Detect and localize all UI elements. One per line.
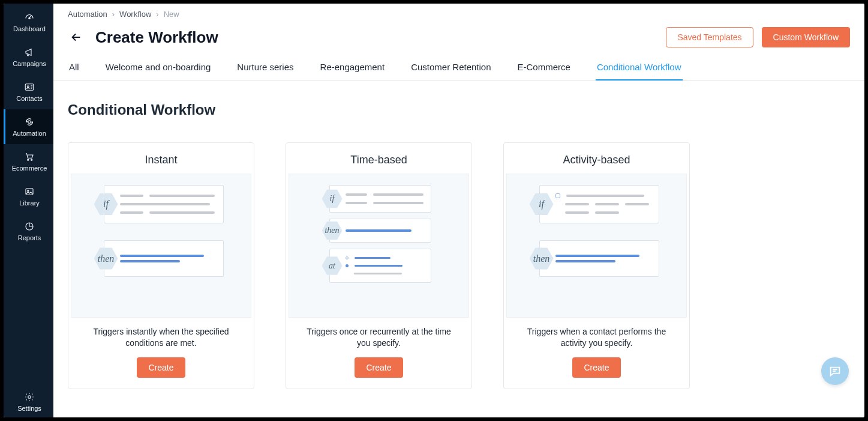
chevron-right-icon: › bbox=[112, 10, 115, 19]
tab-conditional-workflow[interactable]: Conditional Workflow bbox=[596, 56, 683, 80]
gear-icon bbox=[23, 392, 36, 402]
sidebar-item-label: Contacts bbox=[16, 95, 42, 102]
svg-point-4 bbox=[28, 159, 29, 160]
sidebar-item-label: Library bbox=[19, 199, 40, 207]
main: Automation › Workflow › New Create Workf… bbox=[53, 4, 864, 417]
back-button[interactable] bbox=[68, 29, 85, 46]
section-title: Conditional Workflow bbox=[68, 101, 850, 118]
card-title: Activity-based bbox=[504, 143, 689, 174]
breadcrumb: Automation › Workflow › New bbox=[53, 4, 864, 25]
create-instant-button[interactable]: Create bbox=[137, 357, 185, 378]
chevron-right-icon: › bbox=[156, 10, 158, 19]
sidebar-item-ecommerce[interactable]: Ecommerce bbox=[4, 144, 53, 179]
reports-icon bbox=[23, 221, 36, 232]
svg-point-0 bbox=[29, 17, 30, 19]
card-description: Triggers instantly when the specified co… bbox=[68, 326, 254, 357]
card-title: Time-based bbox=[286, 143, 471, 174]
create-activity-based-button[interactable]: Create bbox=[572, 357, 620, 378]
breadcrumb-workflow[interactable]: Workflow bbox=[119, 10, 151, 19]
card-description: Triggers when a contact performs the act… bbox=[504, 326, 689, 357]
library-icon bbox=[23, 186, 36, 197]
sidebar-item-label: Settings bbox=[17, 405, 41, 412]
content: Conditional Workflow Instant if bbox=[53, 81, 864, 413]
sidebar-item-label: Automation bbox=[13, 130, 46, 137]
card-activity-based: Activity-based if bbox=[503, 142, 690, 389]
tab-customer-retention[interactable]: Customer Retention bbox=[410, 56, 492, 80]
sidebar-item-reports[interactable]: Reports bbox=[4, 214, 53, 249]
help-fab[interactable] bbox=[821, 357, 849, 385]
sidebar-item-campaigns[interactable]: Campaigns bbox=[4, 40, 53, 74]
tabs: All Welcome and on-boarding Nurture seri… bbox=[53, 56, 864, 81]
sidebar-item-contacts[interactable]: Contacts bbox=[4, 74, 53, 109]
dashboard-icon bbox=[23, 12, 36, 23]
page-header: Create Workflow Saved Templates Custom W… bbox=[53, 25, 864, 56]
sidebar-item-automation[interactable]: Automation bbox=[4, 109, 53, 144]
tab-reengagement[interactable]: Re-engagement bbox=[319, 56, 386, 80]
svg-point-5 bbox=[31, 159, 32, 160]
tab-ecommerce[interactable]: E-Commerce bbox=[516, 56, 572, 80]
tab-welcome-onboarding[interactable]: Welcome and on-boarding bbox=[104, 56, 212, 80]
sidebar-item-dashboard[interactable]: Dashboard bbox=[4, 5, 53, 40]
svg-point-3 bbox=[28, 121, 31, 124]
custom-workflow-button[interactable]: Custom Workflow bbox=[762, 27, 850, 47]
sidebar-item-label: Campaigns bbox=[13, 60, 46, 67]
tab-nurture-series[interactable]: Nurture series bbox=[236, 56, 295, 80]
page-title: Create Workflow bbox=[95, 28, 218, 47]
card-illustration-instant: if then bbox=[71, 174, 251, 318]
workflow-cards: Instant if bbox=[68, 142, 850, 389]
sidebar-item-label: Reports bbox=[18, 234, 41, 241]
svg-point-2 bbox=[27, 86, 29, 88]
sidebar-item-library[interactable]: Library bbox=[4, 179, 53, 214]
svg-point-9 bbox=[28, 396, 31, 399]
create-time-based-button[interactable]: Create bbox=[355, 357, 403, 378]
card-illustration-time: if then bbox=[289, 174, 469, 318]
sidebar-item-settings[interactable]: Settings bbox=[4, 386, 53, 417]
svg-point-7 bbox=[28, 190, 29, 191]
tab-all[interactable]: All bbox=[68, 56, 80, 80]
automation-icon bbox=[23, 117, 36, 127]
sidebar-item-label: Ecommerce bbox=[12, 165, 47, 172]
sidebar-item-label: Dashboard bbox=[13, 25, 46, 32]
card-illustration-activity: if then bbox=[506, 174, 687, 318]
card-time-based: Time-based if then bbox=[286, 142, 472, 389]
card-title: Instant bbox=[68, 143, 254, 174]
cart-icon bbox=[23, 151, 36, 162]
card-instant: Instant if bbox=[68, 142, 254, 389]
saved-templates-button[interactable]: Saved Templates bbox=[666, 27, 753, 47]
card-description: Triggers once or recurrently at the time… bbox=[286, 326, 471, 357]
sidebar: Dashboard Campaigns Contacts Automation bbox=[4, 4, 53, 417]
contacts-icon bbox=[23, 82, 36, 92]
megaphone-icon bbox=[23, 47, 36, 58]
breadcrumb-automation[interactable]: Automation bbox=[68, 10, 107, 19]
breadcrumb-new: New bbox=[164, 10, 179, 19]
